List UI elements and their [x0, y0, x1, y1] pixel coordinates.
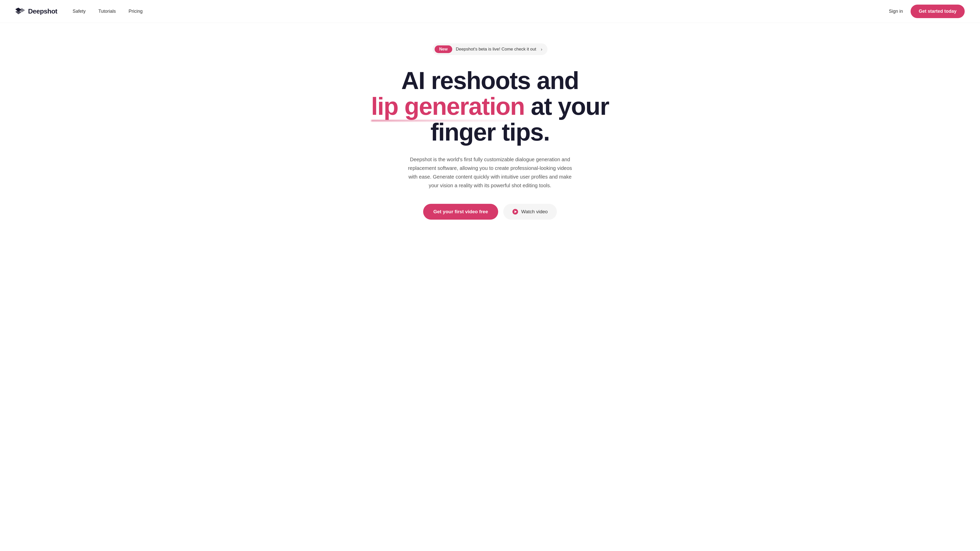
navbar: Deepshot Safety Tutorials Pricing Sign i…: [0, 0, 980, 23]
logo-text: Deepshot: [28, 7, 57, 15]
get-started-button[interactable]: Get started today: [911, 5, 965, 18]
chevron-right-icon: ›: [541, 47, 542, 52]
nav-safety[interactable]: Safety: [73, 9, 86, 14]
new-badge: New: [434, 45, 452, 53]
hero-subtext: Deepshot is the world's first fully cust…: [403, 155, 577, 190]
headline-part1: AI reshoots and: [401, 67, 579, 94]
logo-icon: [15, 8, 25, 15]
nav-pricing[interactable]: Pricing: [129, 9, 143, 14]
headline-highlight: lip generation: [371, 94, 525, 119]
navbar-left: Deepshot Safety Tutorials Pricing: [15, 7, 143, 15]
cta-buttons: Get your first video free Watch video: [423, 204, 557, 220]
announcement-text: Deepshot's beta is live! Come check it o…: [456, 47, 536, 52]
play-icon: [512, 209, 518, 214]
play-triangle: [514, 210, 517, 213]
logo[interactable]: Deepshot: [15, 7, 57, 15]
nav-tutorials[interactable]: Tutorials: [99, 9, 116, 14]
announcement-badge[interactable]: New Deepshot's beta is live! Come check …: [433, 43, 547, 55]
cta-secondary-label: Watch video: [521, 209, 548, 214]
cta-primary-button[interactable]: Get your first video free: [423, 204, 498, 220]
nav-links: Safety Tutorials Pricing: [73, 9, 142, 14]
navbar-right: Sign in Get started today: [889, 5, 965, 18]
hero-section: New Deepshot's beta is live! Come check …: [0, 23, 980, 235]
sign-in-button[interactable]: Sign in: [889, 9, 903, 14]
hero-headline: AI reshoots and lip generation at yourfi…: [371, 68, 609, 145]
cta-secondary-button[interactable]: Watch video: [503, 204, 557, 220]
